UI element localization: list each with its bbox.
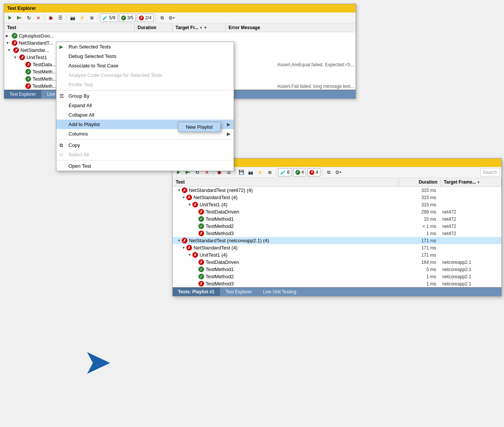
submenu-new-playlist[interactable]: New Playlist — [178, 122, 220, 132]
search-box[interactable]: Search — [480, 168, 500, 176]
error-message: Assert.Fail failed. long message test... — [274, 84, 354, 89]
fail-status-icon: ✗ — [13, 47, 19, 53]
item-duration: 171 ms — [398, 238, 439, 243]
playlist-snapshot-button[interactable]: 📷 — [247, 168, 255, 176]
flask-badge[interactable]: 🧪 5/9 — [100, 14, 118, 22]
playlist-item[interactable]: ▼ ✗ TestMethod3 1 ms netcoreapp2.1 — [173, 280, 501, 287]
menu-debug-selected[interactable]: Debug Selected Tests — [56, 51, 234, 61]
item-duration: 15 ms — [398, 217, 439, 222]
playlist-item[interactable]: ▼ ✓ TestMethod2 1 ms netcoreapp2.1 — [173, 273, 501, 280]
separator7 — [276, 169, 276, 176]
col-target-header[interactable]: Target Fr... ▾ ▼ — [173, 23, 226, 32]
menu-run-selected[interactable]: ▶ Run Selected Tests — [56, 42, 234, 51]
playlist-fail-badge[interactable]: ✗ 4 — [307, 168, 320, 176]
run-button[interactable]: ▾ — [15, 14, 23, 22]
item-label: TestMethod1 — [206, 216, 398, 222]
playlist-item[interactable]: ▼ ✓ TestMethod1 5 ms netcoreapp2.1 — [173, 266, 501, 273]
copy-toolbar-button[interactable]: ⧉ — [158, 14, 166, 22]
item-label: TestMethod1 — [206, 266, 398, 272]
group-button[interactable]: ☰ — [56, 14, 64, 22]
fail-status-icon: ✗ — [198, 281, 204, 287]
menu-separator2 — [56, 139, 234, 140]
playlist-flask-badge[interactable]: 🧪 8 — [278, 168, 292, 176]
item-label: UnitTest1 (4) — [200, 202, 398, 207]
settings-button[interactable]: ⚙ ▾ — [167, 14, 176, 22]
separator4 — [156, 14, 156, 21]
playlist-item[interactable]: ▼ ✗ TestMethod3 1 ms net472 — [173, 230, 501, 237]
playlist-item[interactable]: ▼ ✗ UnitTest1 (4) 315 ms — [173, 201, 501, 208]
menu-open-test[interactable]: Open Test — [56, 161, 234, 171]
playlist-item[interactable]: ▼ ✗ TestDataDriven 299 ms net472 — [173, 208, 501, 215]
item-duration: 1 ms — [398, 274, 439, 279]
item-label: NetStandardTest (4) — [193, 195, 398, 200]
tab-live-unit-testing[interactable]: Live Unit Testing — [258, 288, 302, 296]
item-duration: 1 ms — [398, 231, 439, 236]
fail-status-icon: ✗ — [25, 83, 31, 89]
test-explorer-title: Test Explorer — [4, 4, 356, 12]
playlist-save-button[interactable]: 💾 — [237, 168, 245, 176]
col-duration-header: Duration — [135, 23, 173, 32]
tab-playlist-1[interactable]: Tests: Playlist #1 — [173, 288, 220, 296]
playlist-groupby-button[interactable]: ⊞ — [265, 168, 274, 176]
item-duration: 164 ms — [398, 260, 439, 265]
submenu-playlist: New Playlist — [178, 122, 221, 132]
playlist-settings-button[interactable]: ⚙ ▾ — [334, 168, 342, 176]
menu-copy[interactable]: ⧉ Copy — [56, 140, 234, 150]
pass-status-icon: ✓ — [12, 33, 17, 39]
playlist-item[interactable]: ▼ ✗ TestDataDriven 164 ms netcoreapp2.1 — [173, 259, 501, 266]
tab-test-explorer[interactable]: Test Explorer — [4, 90, 42, 98]
menu-group-by[interactable]: ☰ Group By — [56, 91, 234, 101]
item-target: net472 — [439, 224, 500, 229]
playlist-item[interactable]: ▼ ✓ TestMethod1 15 ms net472 — [173, 215, 501, 223]
pass-count: 4 — [301, 170, 304, 175]
groupby-button[interactable]: ⊞ — [87, 14, 96, 22]
debug-button[interactable]: 🐞 — [47, 14, 55, 22]
pass-status-icon: ✓ — [25, 69, 31, 75]
target-dropdown-icon: ▾ — [200, 26, 202, 30]
playlist-copy-button[interactable]: ⧉ — [325, 168, 333, 176]
separator8 — [322, 169, 323, 176]
menu-select-all: ⧉ Select All — [56, 150, 234, 159]
pass-icon: ✓ — [121, 16, 126, 20]
playlist-item[interactable]: ▼ ✗ NetStandardTest (4) 171 ms — [173, 244, 501, 251]
playlist-lightning-button[interactable]: ⚡ — [256, 168, 264, 176]
pass-badge[interactable]: ✓ 3/5 — [119, 14, 136, 22]
pcol-duration-header: Duration — [399, 178, 441, 186]
fail-status-icon: ✗ — [182, 187, 187, 193]
tree-item[interactable]: ▶ ✓ CplusplusGoo... — [4, 32, 356, 39]
menu-separator1 — [56, 90, 234, 90]
playlist-item[interactable]: ▼ ✓ TestMethod2 < 1 ms net472 — [173, 223, 501, 230]
fail-badge[interactable]: ✗ 2/4 — [137, 14, 154, 22]
menu-expand-all[interactable]: Expand All — [56, 101, 234, 110]
playlist-pass-badge[interactable]: ✓ 4 — [293, 168, 306, 176]
fail-count: 2/4 — [145, 15, 151, 20]
run-all-button[interactable] — [6, 14, 14, 22]
fail-icon: ✗ — [309, 170, 314, 175]
col-error-header: Error Message — [226, 23, 356, 32]
pcol-test-header: Test — [173, 178, 399, 186]
playlist-item[interactable]: ▼ ✗ UnitTest1 (4) 171 ms — [173, 251, 501, 259]
tab-test-explorer[interactable]: Test Explorer — [220, 288, 258, 296]
filter-icon: ▼ — [203, 25, 208, 30]
menu-profile-test: Profile Test — [56, 80, 234, 89]
groupby-icon: ☰ — [59, 93, 67, 99]
pcol-target-header[interactable]: Target Frame... ▾ — [441, 178, 501, 186]
fail-status-icon: ✗ — [186, 245, 192, 251]
fail-status-icon: ✗ — [198, 231, 204, 236]
item-duration: 315 ms — [398, 195, 439, 200]
expand-icon: ▼ — [182, 195, 186, 199]
refresh-button[interactable]: ↻ — [25, 14, 33, 22]
playlist-item[interactable]: ▼ ✗ NetStandardTest (net472) (4) 315 ms — [173, 187, 501, 194]
item-label: TestDataDriven — [206, 259, 398, 265]
fail-status-icon: ✗ — [198, 209, 204, 215]
playlist-item[interactable]: ▼ ✗ NetStandardTest (4) 315 ms — [173, 194, 501, 201]
fail-count: 4 — [315, 170, 318, 175]
item-duration: 171 ms — [398, 245, 439, 251]
menu-collapse-all[interactable]: Collapse All — [56, 110, 234, 120]
menu-associate-test[interactable]: Associate to Test Case — [56, 61, 234, 70]
playlist-item[interactable]: ▼ ✗ NetStandardTest (netcoreapp2.1) (4) … — [173, 237, 501, 244]
lightning-button[interactable]: ⚡ — [78, 14, 86, 22]
item-target: netcoreapp2.1 — [439, 281, 500, 287]
snapshot-button[interactable]: 📷 — [69, 14, 77, 22]
cancel-button[interactable]: ✕ — [34, 14, 42, 22]
